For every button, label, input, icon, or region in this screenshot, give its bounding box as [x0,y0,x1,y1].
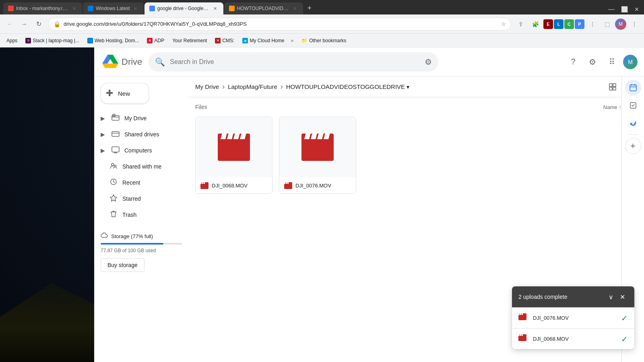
evernote-ext[interactable]: E [543,19,553,29]
sidebar-item-recent[interactable]: Recent [94,175,182,191]
bookmark-star-icon[interactable]: ☆ [501,21,506,27]
forward-button[interactable]: → [18,18,31,31]
tab-windows[interactable]: Windows Latest ✕ [83,2,144,14]
breadcrumb-laptopfuture[interactable]: LaptopMag/Future [228,83,277,90]
starred-icon [109,194,118,204]
upload-item-name-2: DJI_0068.MOV [533,336,616,342]
right-panel-tasks-btn[interactable] [625,97,641,113]
upload-close-button[interactable]: ✕ [617,291,628,302]
drive-logo-icon [102,55,118,69]
buy-storage-button[interactable]: Buy storage [101,258,144,272]
drive-logo[interactable]: Drive [102,55,142,69]
upload-item-name-1: DJI_0076.MOV [533,315,616,321]
new-tab-button[interactable]: + [304,2,315,14]
reload-button[interactable]: ↻ [32,18,45,31]
bookmark-webhosting[interactable]: 🌐 Web Hosting, Dom... [84,37,142,45]
address-bar[interactable]: 🔒 drive.google.com/drive/u/0/folders/17Q… [48,18,511,31]
bookmark-apps[interactable]: Apps [3,37,21,45]
breadcrumb-dropdown-icon[interactable]: ▾ [407,84,409,90]
right-panel-add-btn[interactable]: + [625,138,641,154]
maximize-button[interactable]: ⬜ [619,6,630,12]
tab-gdrive-label: google drive - Google Sea... [157,6,210,11]
search-input[interactable] [170,58,420,66]
google-apps-button[interactable]: ⠿ [604,54,620,70]
adp-bookmark-label: ADP [154,38,164,43]
clapper-main-1 [218,139,250,161]
tab-gdrive[interactable]: google drive - Google Sea... ✕ [144,2,223,14]
name-column-label: Name [603,104,617,110]
minimize-button[interactable]: — [607,6,616,13]
upload-check-icon-2: ✓ [621,334,628,344]
chrome-menu-button[interactable]: ⋮ [628,18,641,31]
name-sort-header[interactable]: Name ↑ [603,104,621,110]
bookmark-cms[interactable]: V CMS: [212,37,237,45]
svg-marker-7 [110,195,117,201]
help-button[interactable]: ? [565,54,581,70]
sidebar-item-shared-drives[interactable]: ▶ Shared drives [94,126,182,142]
sidebar-item-trash[interactable]: Trash [94,207,182,223]
tab-howto[interactable]: HOWTOUPLOADVIDEOST... ✕ [224,2,303,14]
file-card-dji0076[interactable]: DJI_0076.MOV [279,117,356,194]
lock-icon: 🔒 [54,21,60,27]
tab-howto-close[interactable]: ✕ [292,5,298,12]
new-button-label: New [118,90,130,97]
chrome-profile-avatar[interactable]: M [615,19,626,30]
other-bookmarks[interactable]: 📁 Other bookmarks [298,37,349,45]
file-preview-dji0068 [196,117,272,177]
file-card-dji0068[interactable]: DJI_0068.MOV [195,117,272,194]
mycloud-bookmark-label: My Cloud Home [250,38,284,43]
extensions-button[interactable]: 🧩 [529,18,542,31]
pocket-ext[interactable]: P [575,19,584,29]
gmail-favicon [8,6,14,11]
tab-gmail[interactable]: Inbox - markanthony.ram... ✕ [3,2,82,14]
trash-label: Trash [122,212,136,218]
search-filter-icon[interactable]: ⚙ [425,57,432,67]
bookmark-adp[interactable]: A ADP [144,37,167,45]
bookmark-retirement[interactable]: Your Retirement [169,37,210,45]
tab-gmail-close[interactable]: ✕ [71,5,77,12]
recent-label: Recent [122,179,140,186]
sidebar-item-computers[interactable]: ▶ Computers [94,142,182,158]
tab-gmail-label: Inbox - markanthony.ram... [16,6,68,11]
address-url: drive.google.com/drive/u/0/folders/17QR7… [64,21,498,27]
retirement-bookmark-label: Your Retirement [172,38,207,43]
lastpass-ext[interactable]: L [554,19,564,29]
header-actions: ? ⚙ ⠿ M [565,54,638,70]
bookmark-mycloud[interactable]: ☁ My Cloud Home [239,37,287,45]
tab-windows-close[interactable]: ✕ [132,5,139,12]
back-button[interactable]: ← [3,18,16,31]
new-button[interactable]: ✚ New [101,83,149,104]
search-icon: 🔍 [155,57,165,67]
more-bookmarks-btn[interactable]: » [291,38,293,43]
upload-collapse-button[interactable]: ∨ [605,291,617,302]
clapperboard-icon-1 [218,134,250,161]
sidebar-item-my-drive[interactable]: ▶ My Drive [94,110,182,126]
computers-chevron: ▶ [101,147,105,154]
windows-favicon [88,6,93,11]
view-toggle-button[interactable] [605,80,620,94]
computers-label: Computers [124,147,152,154]
chrome-ext[interactable]: C [564,19,574,29]
files-header: Files Name ↑ [195,104,638,110]
share-button[interactable]: ⇪ [514,18,527,31]
sidebar-item-shared-with-me[interactable]: Shared with me [94,158,182,175]
upload-item-dji0068: DJI_0068.MOV ✓ [512,328,634,349]
search-bar[interactable]: 🔍 ⚙ [149,52,438,72]
upload-title: 2 uploads complete [518,294,605,300]
user-avatar[interactable]: M [623,55,638,69]
right-panel-calendar-btn[interactable] [625,80,641,96]
shared-drives-chevron: ▶ [101,131,105,138]
right-panel-sync-btn[interactable] [625,115,641,131]
sidebar: ✚ New ▶ My Drive ▶ Shared drive [94,76,189,362]
file-info-dji0076: DJI_0076.MOV [279,177,356,193]
sidebar-item-starred[interactable]: Starred [94,191,182,207]
close-button[interactable]: ✕ [633,6,641,12]
more-extensions-button[interactable]: ⋮ [586,18,599,31]
tab-gdrive-close[interactable]: ✕ [212,5,219,12]
bookmark-slack[interactable]: S Slack | laptop-mag |... [22,37,83,45]
cast-button[interactable]: ⬚ [601,18,613,31]
file-name-dji0068: DJI_0068.MOV [212,183,248,189]
breadcrumb-my-drive[interactable]: My Drive [195,83,219,90]
drive-header: Drive 🔍 ⚙ ? ⚙ ⠿ M [94,47,644,76]
settings-button[interactable]: ⚙ [584,54,601,70]
